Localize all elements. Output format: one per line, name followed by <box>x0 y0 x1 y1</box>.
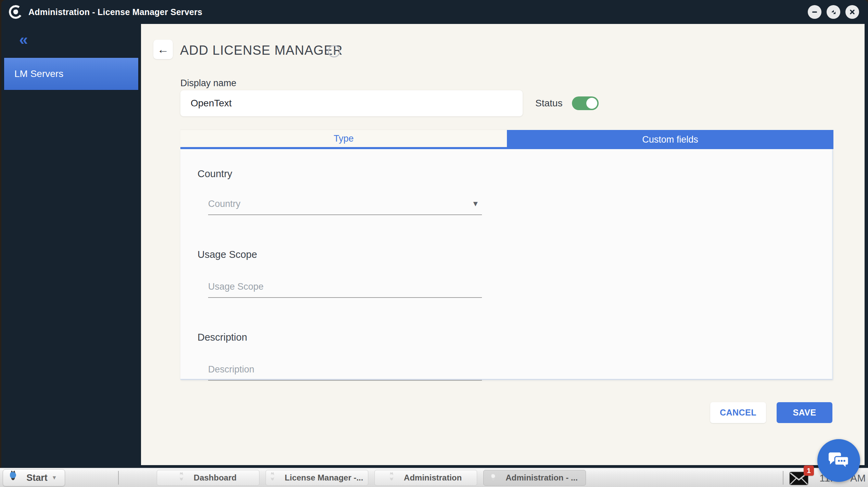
start-button[interactable]: Start ▼ <box>3 469 65 486</box>
description-field: Description <box>197 332 482 381</box>
chevron-down-icon[interactable]: ▼ <box>472 199 479 208</box>
custom-fields-panel: Country Country ▼ Usage Scope Descriptio… <box>180 149 833 380</box>
app-swirl-icon <box>390 473 399 483</box>
arrow-left-icon: ← <box>157 43 169 56</box>
taskbar: Start ▼ Dashboard License Manager -... A… <box>0 468 868 487</box>
app-logo-icon <box>9 5 23 19</box>
country-label: Country <box>197 168 482 180</box>
description-label: Description <box>197 332 482 343</box>
cancel-button[interactable]: CANCEL <box>710 402 766 423</box>
usage-scope-field: Usage Scope <box>197 249 482 298</box>
info-icon[interactable]: i <box>328 45 340 57</box>
tab-bar: Type Custom fields <box>180 130 833 149</box>
close-icon[interactable] <box>845 5 859 19</box>
taskbar-item-administration[interactable]: Administration <box>374 470 477 486</box>
sidebar-item-lm-servers[interactable]: LM Servers <box>4 57 139 90</box>
back-button[interactable]: ← <box>153 40 173 59</box>
description-input[interactable] <box>208 359 482 380</box>
status-label: Status <box>535 98 562 109</box>
maximize-icon[interactable] <box>827 5 840 19</box>
status-row: Status <box>535 96 599 110</box>
mail-unread-badge: 1 <box>804 465 814 476</box>
country-dropdown[interactable]: Country ▼ <box>208 193 482 215</box>
window-controls <box>808 5 859 19</box>
chat-fab-button[interactable] <box>817 439 860 482</box>
status-toggle[interactable] <box>572 96 599 110</box>
country-placeholder: Country <box>208 199 241 209</box>
app-swirl-icon <box>180 473 189 483</box>
display-name-input[interactable] <box>180 90 523 116</box>
tab-type[interactable]: Type <box>180 130 507 149</box>
caret-down-icon: ▼ <box>52 475 57 481</box>
country-field: Country Country ▼ <box>197 168 482 215</box>
taskbar-item-license-manager[interactable]: License Manager -... <box>266 470 368 486</box>
sidebar: « LM Servers <box>1 24 141 468</box>
titlebar: Administration - License Manager Servers <box>1 0 868 24</box>
usage-scope-label: Usage Scope <box>197 249 482 260</box>
display-name-label: Display name <box>180 78 237 89</box>
window-title: Administration - License Manager Servers <box>28 7 202 17</box>
taskbar-item-dashboard[interactable]: Dashboard <box>157 470 259 486</box>
taskbar-separator <box>118 471 119 485</box>
sidebar-item-label: LM Servers <box>14 68 63 79</box>
taskbar-item-administration-active[interactable]: Administration - ... <box>483 470 586 486</box>
minimize-icon[interactable] <box>808 5 821 19</box>
page-title: ADD LICENSE MANAGER <box>180 43 343 58</box>
app-window: Administration - License Manager Servers… <box>1 0 868 468</box>
tab-custom-fields[interactable]: Custom fields <box>507 130 833 149</box>
start-logo-icon <box>11 472 22 484</box>
taskbar-separator <box>783 471 783 485</box>
chat-bubbles-icon <box>828 451 850 470</box>
sidebar-collapse-icon[interactable]: « <box>19 31 28 47</box>
save-button[interactable]: SAVE <box>777 402 832 423</box>
app-swirl-icon <box>492 473 501 483</box>
main-content: ← ADD LICENSE MANAGER i Display name Sta… <box>141 24 865 465</box>
usage-scope-input[interactable] <box>208 276 482 297</box>
app-swirl-icon <box>271 473 280 483</box>
